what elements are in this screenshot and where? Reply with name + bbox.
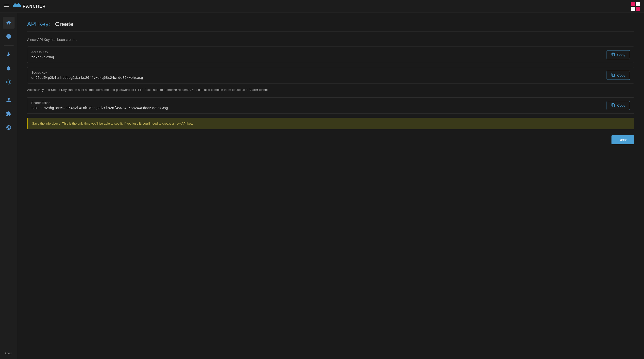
avatar[interactable] (631, 2, 640, 11)
access-key-box: Access Key token-c2mhg Copy (27, 46, 634, 63)
bearer-token-content: Bearer Token token-c2mhg:cn69cd54p2k4tnh… (31, 101, 602, 110)
main-content: API Key: Create A new API Key has been c… (17, 13, 644, 359)
bearer-token-label: Bearer Token (31, 101, 602, 105)
access-key-content: Access Key token-c2mhg (31, 50, 602, 59)
sidebar-bottom: About (5, 352, 12, 355)
logo: RANCHER (13, 3, 46, 10)
done-button[interactable]: Done (612, 135, 634, 144)
copy-icon-2 (611, 73, 615, 77)
sidebar-item-bell[interactable] (3, 62, 14, 74)
bearer-token-value: token-c2mhg:cn69cd54p2k4tnhtdbpg2dzrks26… (31, 106, 602, 110)
copy-bearer-token-button[interactable]: Copy (606, 101, 630, 110)
access-key-label: Access Key (31, 50, 602, 54)
logo-icon (13, 3, 21, 10)
page-title-suffix: Create (55, 21, 74, 27)
sidebar-divider-2 (4, 91, 14, 91)
topbar: RANCHER (0, 0, 644, 13)
warning-text: Save the info above! This is the only ti… (32, 122, 193, 125)
sidebar-item-global[interactable] (3, 122, 14, 133)
subtitle: A new API Key has been created (27, 38, 634, 42)
copy-access-key-label: Copy (617, 53, 625, 57)
sidebar-item-workloads[interactable] (3, 30, 14, 42)
topbar-left: RANCHER (4, 3, 46, 10)
sidebar-item-sail[interactable] (3, 48, 14, 60)
secret-key-value: cn69cd54p2k4tnhtdbpg2dzrks26f4vwq4q68s24… (31, 76, 602, 80)
copy-icon-3 (611, 103, 615, 108)
sidebar: About (0, 13, 17, 359)
sidebar-item-extensions[interactable] (3, 108, 14, 120)
svg-rect-6 (18, 3, 19, 4)
description-text: Access Key and Secret Key can be sent as… (27, 87, 634, 92)
secret-key-box: Secret Key cn69cd54p2k4tnhtdbpg2dzrks26f… (27, 67, 634, 83)
svg-rect-5 (14, 3, 16, 4)
logo-text: RANCHER (23, 4, 46, 8)
warning-box: Save the info above! This is the only ti… (27, 118, 634, 129)
sidebar-item-network[interactable] (3, 76, 14, 88)
action-bar: Done (27, 135, 634, 144)
copy-secret-key-button[interactable]: Copy (606, 71, 630, 80)
copy-secret-key-label: Copy (617, 73, 625, 77)
sidebar-item-home[interactable] (3, 17, 14, 28)
sidebar-divider-1 (4, 45, 14, 45)
about-label[interactable]: About (5, 352, 12, 355)
copy-access-key-button[interactable]: Copy (606, 50, 630, 59)
access-key-value: token-c2mhg (31, 55, 602, 59)
sidebar-item-user[interactable] (3, 94, 14, 106)
page-title-prefix: API Key: (27, 21, 50, 27)
bearer-token-box: Bearer Token token-c2mhg:cn69cd54p2k4tnh… (27, 97, 634, 114)
secret-key-content: Secret Key cn69cd54p2k4tnhtdbpg2dzrks26f… (31, 71, 602, 80)
svg-rect-4 (19, 5, 21, 7)
secret-key-label: Secret Key (31, 71, 602, 74)
hamburger-menu[interactable] (4, 5, 9, 8)
copy-bearer-token-label: Copy (617, 103, 625, 107)
page-title: API Key: Create (27, 21, 634, 32)
copy-icon-1 (611, 52, 615, 57)
